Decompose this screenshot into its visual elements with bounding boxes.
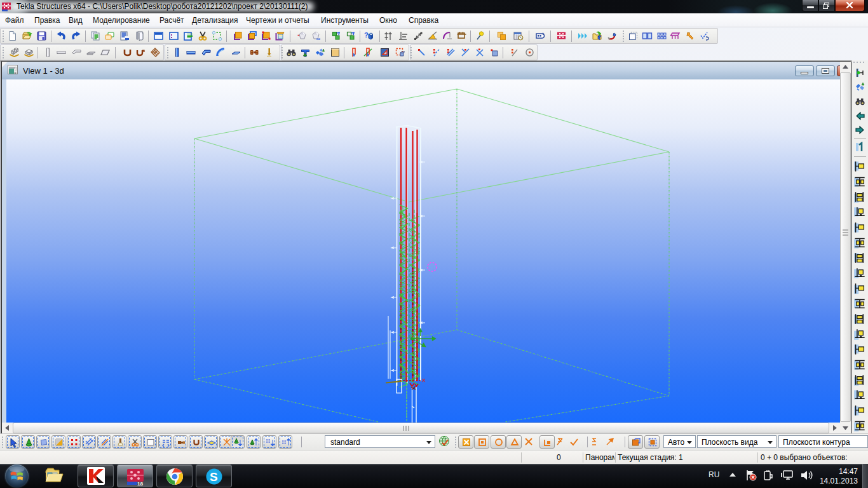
svg-text:18: 18 [137, 481, 143, 486]
svg-text:S: S [210, 470, 218, 484]
svg-text:?: ? [364, 31, 369, 39]
